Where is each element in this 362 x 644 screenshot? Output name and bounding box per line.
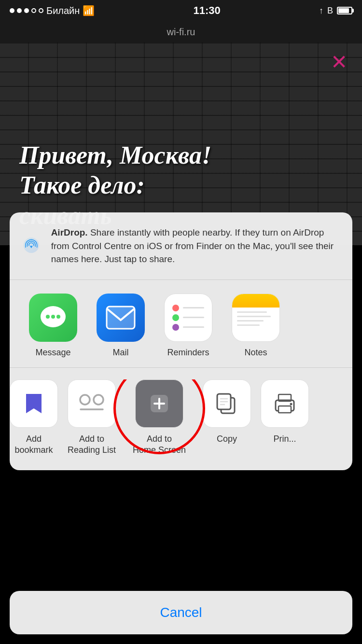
add-home-icon [135, 379, 183, 428]
action-item-add-home[interactable]: Add toHome Screen [125, 379, 193, 456]
bg-text-line2: Такое дело: [19, 170, 211, 200]
app-item-mail[interactable]: Mail [87, 294, 154, 358]
reminder-line-3 [183, 326, 204, 328]
notes-line-1 [237, 311, 267, 313]
print-icon [261, 379, 309, 428]
dot3 [24, 8, 29, 13]
action-label-reading-list: Add toReading List [68, 434, 116, 456]
notes-line-2 [237, 316, 271, 317]
airdrop-body: Share instantly with people nearby. If t… [51, 227, 334, 264]
airdrop-section: AirDrop. Share instantly with people nea… [10, 212, 352, 280]
action-label-print: Prin... [273, 434, 296, 445]
action-item-reading-list[interactable]: Add toReading List [58, 379, 125, 456]
battery-icon [337, 7, 352, 14]
reminders-inner [167, 300, 209, 336]
app-item-message[interactable]: Message [19, 294, 87, 358]
notes-lines [232, 308, 279, 341]
mail-icon [97, 294, 145, 342]
carrier-name: Билайн [46, 5, 80, 16]
cancel-button[interactable]: Cancel [160, 605, 202, 620]
notes-inner [232, 294, 279, 341]
svg-point-22 [290, 403, 292, 405]
svg-point-5 [56, 315, 60, 319]
action-item-bookmark[interactable]: Addbookmark [10, 379, 58, 456]
dot4 [31, 8, 36, 13]
reminder-dot-3 [172, 324, 179, 331]
svg-point-3 [46, 315, 50, 319]
signal-dots [10, 8, 43, 13]
notes-line-4 [237, 324, 260, 326]
action-item-copy[interactable]: Copy [193, 379, 261, 445]
app-label-reminders: Reminders [167, 348, 209, 358]
status-bar: Билайн 📶 11:30 ↑ B [0, 0, 362, 21]
app-item-notes[interactable]: Notes [222, 294, 290, 358]
bg-text-line1: Привет, Москва! [19, 140, 211, 170]
dot1 [10, 8, 14, 13]
battery-fill [338, 8, 349, 13]
app-label-mail: Mail [112, 348, 128, 358]
close-button[interactable]: ✕ [331, 52, 348, 72]
dot2 [17, 8, 22, 13]
svg-point-8 [80, 395, 90, 405]
reading-list-icon [68, 379, 116, 428]
reminder-line-2 [183, 317, 204, 318]
status-left: Билайн 📶 [10, 5, 95, 16]
location-icon: ↑ [319, 6, 323, 16]
cancel-section: Cancel [10, 591, 352, 634]
app-label-message: Message [35, 348, 70, 358]
status-right: ↑ B [319, 6, 352, 16]
wifi-icon: 📶 [83, 5, 95, 16]
svg-rect-20 [278, 406, 291, 413]
actions-section: Addbookmark Add toReading List [10, 368, 352, 471]
actions-row: Addbookmark Add toReading List [10, 379, 352, 456]
message-icon [29, 294, 77, 342]
action-label-add-home: Add toHome Screen [133, 434, 186, 456]
reminder-dot-1 [172, 305, 179, 311]
airdrop-icon [23, 226, 40, 265]
status-time: 11:30 [194, 4, 221, 17]
app-label-notes: Notes [244, 348, 267, 358]
app-item-reminders[interactable]: Reminders [154, 294, 222, 358]
notes-icon [232, 294, 280, 342]
airdrop-title: AirDrop. [51, 227, 88, 238]
apps-section: Message Mail [10, 280, 352, 368]
copy-icon [203, 379, 251, 428]
url-bar[interactable]: wi-fi.ru [0, 21, 362, 42]
reminder-row-2 [172, 314, 204, 321]
bluetooth-icon: B [327, 6, 333, 16]
svg-point-4 [51, 315, 55, 319]
reminder-line-1 [183, 307, 204, 308]
apps-row: Message Mail [10, 294, 352, 358]
notes-top [232, 294, 279, 308]
reminders-icon [164, 294, 212, 342]
action-label-copy: Copy [217, 434, 237, 445]
action-label-bookmark: Addbookmark [14, 434, 53, 456]
reminder-dot-2 [172, 314, 179, 321]
bookmark-icon [10, 379, 58, 428]
url-text: wi-fi.ru [167, 27, 195, 38]
dot5 [39, 8, 43, 13]
action-item-print[interactable]: Prin... [261, 379, 309, 445]
share-sheet: AirDrop. Share instantly with people nea… [10, 212, 352, 470]
svg-rect-6 [107, 307, 135, 329]
svg-point-9 [94, 395, 103, 405]
reminder-row-1 [172, 305, 204, 311]
notes-line-3 [237, 320, 264, 322]
reminder-row-3 [172, 324, 204, 331]
airdrop-description: AirDrop. Share instantly with people nea… [51, 226, 339, 266]
